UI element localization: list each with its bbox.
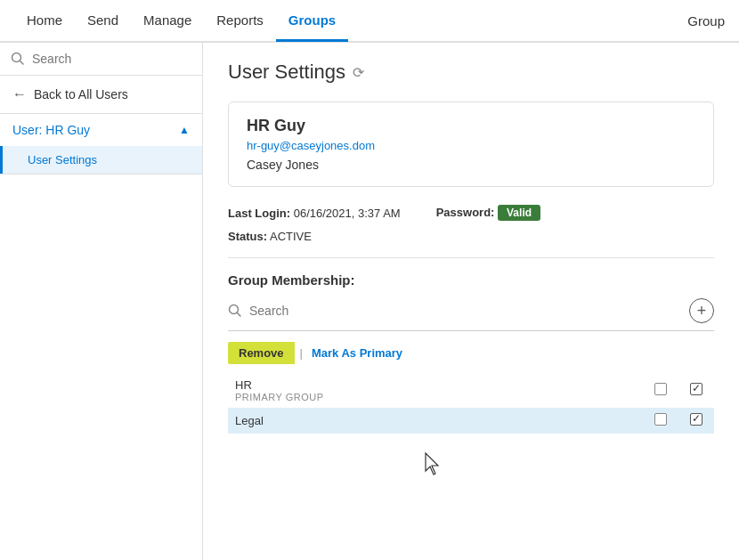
layout: ← Back to All Users User: HR Guy ▲ User … (0, 43, 739, 560)
group-name: Legal (228, 408, 643, 434)
sidebar-search-input[interactable] (32, 52, 191, 66)
back-arrow-icon: ← (12, 86, 27, 102)
refresh-icon[interactable]: ⟳ (353, 64, 364, 81)
user-card: HR Guy hr-guy@caseyjones.dom Casey Jones (228, 101, 714, 187)
password-label: Password: (436, 206, 495, 219)
group-sub-label: PRIMARY GROUP (235, 392, 636, 402)
group-search-input[interactable] (242, 304, 689, 318)
group-membership-title: Group Membership: (228, 272, 714, 288)
table-row[interactable]: HR PRIMARY GROUP (228, 373, 714, 408)
nav-reports[interactable]: Reports (204, 1, 276, 42)
sidebar-user-section: User: HR Guy ▲ User Settings (0, 114, 202, 174)
user-card-name: HR Guy (247, 117, 695, 135)
last-login-item: Last Login: 06/16/2021, 3:37 AM (228, 207, 401, 220)
sidebar-user-header[interactable]: User: HR Guy ▲ (0, 114, 202, 146)
page-title-container: User Settings ⟳ (228, 61, 714, 84)
top-nav: Home Send Manage Reports Groups Group (0, 0, 739, 43)
search-icon (11, 52, 25, 66)
group-search-icon (228, 304, 242, 318)
status-label: Status: (228, 230, 267, 243)
divider (228, 257, 714, 258)
svg-line-3 (238, 313, 241, 317)
user-card-email[interactable]: hr-guy@caseyjones.dom (247, 139, 695, 152)
group-search-row: + (228, 298, 714, 331)
chevron-up-icon: ▲ (179, 124, 190, 136)
svg-marker-4 (426, 453, 438, 475)
nav-home[interactable]: Home (14, 1, 75, 42)
info-row: Last Login: 06/16/2021, 3:37 AM Password… (228, 205, 714, 221)
checkbox-2[interactable] (690, 383, 702, 395)
sidebar-item-user-settings[interactable]: User Settings (0, 146, 202, 174)
nav-right-label: Group (687, 13, 725, 28)
add-group-button[interactable]: + (689, 298, 714, 323)
group-checkbox-col2[interactable] (678, 373, 714, 408)
group-checkbox-col2[interactable] (678, 408, 714, 434)
password-item: Password: Valid (436, 205, 540, 221)
sidebar-user-label: User: HR Guy (12, 123, 90, 137)
status-value: ACTIVE (270, 230, 312, 243)
user-card-org: Casey Jones (247, 158, 695, 172)
last-login-value: 06/16/2021, 3:37 AM (294, 207, 401, 220)
checkbox-1[interactable] (654, 413, 667, 426)
sidebar-search-container[interactable] (0, 43, 202, 76)
nav-manage[interactable]: Manage (131, 1, 204, 42)
svg-line-1 (20, 61, 24, 65)
nav-send[interactable]: Send (75, 1, 131, 42)
status-row: Status: ACTIVE (228, 230, 714, 243)
remove-button[interactable]: Remove (228, 342, 295, 364)
group-checkbox-col1[interactable] (643, 373, 678, 408)
action-bar: Remove | Mark As Primary (228, 342, 714, 364)
nav-groups[interactable]: Groups (276, 1, 348, 42)
back-to-all-users-button[interactable]: ← Back to All Users (0, 76, 202, 114)
table-row[interactable]: Legal (228, 408, 714, 434)
group-table: HR PRIMARY GROUP Legal (228, 373, 714, 434)
cursor-icon (424, 451, 445, 478)
checkbox-1[interactable] (654, 383, 667, 395)
group-checkbox-col1[interactable] (643, 408, 678, 434)
group-name: HR PRIMARY GROUP (228, 373, 643, 408)
sidebar: ← Back to All Users User: HR Guy ▲ User … (0, 43, 203, 560)
mark-as-primary-button[interactable]: Mark As Primary (308, 342, 406, 364)
checkbox-2[interactable] (690, 413, 702, 426)
back-label: Back to All Users (34, 87, 128, 101)
action-divider: | (295, 346, 308, 360)
password-badge: Valid (498, 205, 540, 221)
page-title: User Settings (228, 61, 345, 84)
last-login-label: Last Login: (228, 207, 290, 220)
main-content: User Settings ⟳ HR Guy hr-guy@caseyjones… (203, 43, 739, 560)
